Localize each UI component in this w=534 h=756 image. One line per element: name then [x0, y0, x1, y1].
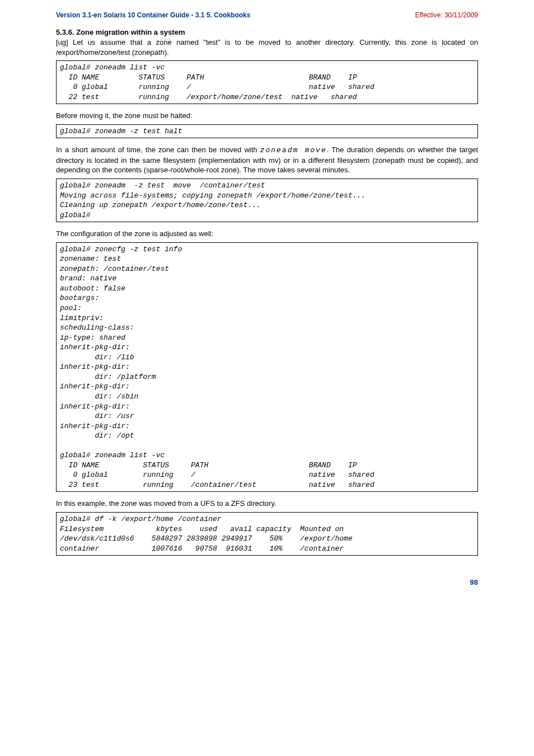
para3-mono: zoneadm move — [260, 146, 327, 154]
page-header: Version 3.1-en Solaris 10 Container Guid… — [56, 11, 478, 19]
paragraph-2: Before moving it, the zone must be halte… — [56, 111, 478, 121]
code-block-5: global# df -k /export/home /container Fi… — [56, 512, 478, 556]
code-block-1: global# zoneadm list -vc ID NAME STATUS … — [56, 60, 478, 104]
paragraph-4: The configuration of the zone is adjuste… — [56, 229, 478, 239]
page-container: Version 3.1-en Solaris 10 Container Guid… — [0, 0, 534, 609]
code-block-2: global# zoneadm -z test halt — [56, 124, 478, 139]
paragraph-3: In a short amount of time, the zone can … — [56, 145, 478, 175]
header-left: Version 3.1-en Solaris 10 Container Guid… — [56, 11, 250, 19]
code-block-4: global# zonecfg -z test info zonename: t… — [56, 242, 478, 492]
page-number: 98 — [56, 578, 478, 586]
effective-date: Effective: 30/11/2009 — [415, 11, 478, 19]
paragraph-5: In this example, the zone was moved from… — [56, 499, 478, 509]
title-sub: Solaris 10 Container Guide - 3.1 5. Cook… — [101, 11, 250, 19]
code-block-3: global# zoneadm -z test move /container/… — [56, 179, 478, 222]
version-label: Version 3.1-en — [56, 11, 101, 19]
section-title: 5.3.6. Zone migration within a system — [56, 28, 478, 36]
para3-pre: In a short amount of time, the zone can … — [56, 145, 260, 154]
paragraph-1: [ug] Let us assume that a zone named "te… — [56, 37, 478, 57]
